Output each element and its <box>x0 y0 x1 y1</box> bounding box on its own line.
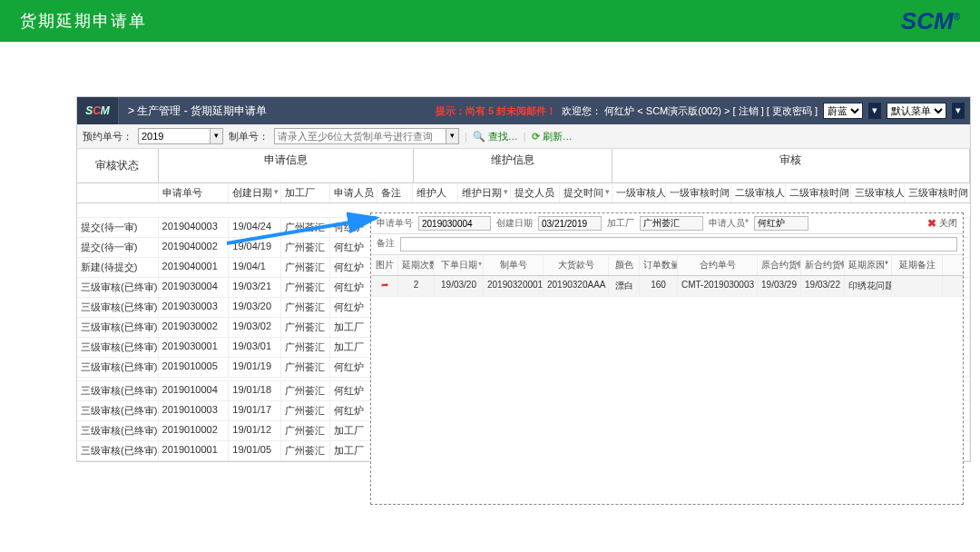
popup-applyno-label: 申请单号 <box>377 217 413 230</box>
col-a1t[interactable]: 一级审核时间▾ <box>666 183 731 202</box>
cell-date: 19/01/19 <box>229 358 281 377</box>
popup-color: 漂白 <box>609 276 640 296</box>
col-maint-date[interactable]: 维护日期▾ <box>458 183 511 202</box>
cell-factory: 广州荟汇 <box>281 441 330 460</box>
pcol-qty[interactable]: 订单数量 <box>640 255 678 275</box>
cell-no: 2019010002 <box>159 421 230 440</box>
preorder-label: 预约单号： <box>83 130 132 143</box>
popup-d2: 19/03/22 <box>801 276 845 296</box>
col-a1p[interactable]: 一级审核人 <box>612 183 667 202</box>
refresh-button[interactable]: ⟳刷新… <box>532 130 573 143</box>
col-submit-time[interactable]: 提交时间▾ <box>560 183 612 202</box>
cell-factory: 广州荟汇 <box>281 258 330 277</box>
cell-date: 19/01/05 <box>229 441 281 460</box>
popup-applicant-input[interactable] <box>754 216 808 231</box>
ctrl-dd-icon[interactable]: ▾ <box>446 128 459 144</box>
app-bar: SCM > 生产管理 - 货期延期申请单 提示：尚有 5 封未阅邮件！ 欢迎您：… <box>77 97 970 124</box>
cell-factory: 广州荟汇 <box>281 421 330 440</box>
preorder-input[interactable] <box>138 128 211 144</box>
group-maint: 维护信息 <box>414 149 612 182</box>
pcol-d1[interactable]: 原合约货期▾ <box>758 255 801 275</box>
menu-select[interactable]: 默认菜单 <box>887 103 946 119</box>
refresh-icon: ⟳ <box>532 131 540 143</box>
welcome-text[interactable]: 欢迎您： 何红炉 < SCM演示版(002) > [ 注销 ] [ 更改密码 ] <box>562 104 818 118</box>
cell-no: 2019010003 <box>159 401 230 420</box>
find-button[interactable]: 🔍查找… <box>473 130 518 143</box>
preorder-dd-icon[interactable]: ▾ <box>211 128 223 144</box>
pcol-note[interactable]: 延期备注 <box>892 255 943 275</box>
cell-date: 19/03/01 <box>229 338 281 357</box>
funnel-icon[interactable]: ▾ <box>478 260 482 268</box>
menu-dd-icon[interactable]: ▾ <box>952 103 965 119</box>
col-submit-person[interactable]: 提交人员 <box>511 183 560 202</box>
col-create-date[interactable]: 创建日期▾ <box>229 183 281 202</box>
search-icon: 🔍 <box>473 131 485 143</box>
funnel-icon[interactable]: ▾ <box>796 260 799 268</box>
group-apply: 申请信息 <box>159 149 414 182</box>
funnel-icon[interactable]: ▾ <box>724 187 729 196</box>
cell-status: 三级审核(已终审) <box>77 421 159 440</box>
funnel-icon[interactable]: ▾ <box>963 187 967 196</box>
popup-close-button[interactable]: ✖关闭 <box>927 217 957 230</box>
cell-factory: 广州荟汇 <box>281 238 330 257</box>
popup-applyno-input[interactable] <box>418 216 491 231</box>
cell-factory: 广州荟汇 <box>281 338 330 357</box>
cell-no: 2019040002 <box>159 238 230 257</box>
popup-factory-input[interactable] <box>640 216 703 231</box>
ctrl-input[interactable] <box>274 128 446 144</box>
popup-remark-input[interactable] <box>400 237 957 251</box>
close-icon: ✖ <box>927 217 936 230</box>
theme-select[interactable]: 蔚蓝 <box>823 103 863 119</box>
cell-no: 2019030003 <box>159 298 230 317</box>
popup-remark-label: 备注 <box>377 237 400 251</box>
pcol-times[interactable]: 延期次数 <box>398 255 435 275</box>
popup-times: 2 <box>398 276 435 296</box>
cell-status: 三级审核(已终审) <box>77 358 159 377</box>
pcol-img[interactable]: 图片 <box>371 255 398 275</box>
theme-dd-icon[interactable]: ▾ <box>868 103 881 119</box>
col-a3p[interactable]: 三级审核人 <box>851 183 906 202</box>
pcol-odate[interactable]: 下单日期▾ <box>435 255 484 275</box>
cell-no: 2019040003 <box>159 218 230 237</box>
popup-header: 申请单号 创建日期 加工厂 申请人员* ✖关闭 <box>371 213 963 234</box>
funnel-icon[interactable]: ▾ <box>605 187 610 196</box>
cell-status: 三级审核(已终审) <box>77 381 159 400</box>
pcol-cnum[interactable]: 制单号 <box>484 255 544 275</box>
cell-date: 19/04/1 <box>229 258 281 277</box>
cell-date: 19/04/24 <box>229 218 281 237</box>
pcol-cargo[interactable]: 大货款号 <box>544 255 609 275</box>
col-a3t[interactable]: 三级审核时间▾ <box>905 183 970 202</box>
hint-text: 提示：尚有 5 封未阅邮件！ <box>436 104 556 118</box>
pcol-contract[interactable]: 合约单号 <box>678 255 758 275</box>
col-a2t[interactable]: 二级审核时间▾ <box>786 183 851 202</box>
funnel-icon[interactable]: ▾ <box>504 187 508 196</box>
funnel-icon[interactable]: ▾ <box>274 187 279 196</box>
col-apply-no[interactable]: 申请单号 <box>159 183 230 202</box>
col-factory[interactable]: 加工厂 <box>281 183 330 202</box>
popup-img-icon[interactable]: ➦ <box>371 276 398 296</box>
cell-factory: 广州荟汇 <box>281 318 330 337</box>
funnel-icon[interactable]: ▾ <box>839 260 843 268</box>
popup-note <box>892 276 943 296</box>
popup-row[interactable]: ➦ 2 19/03/20 20190320001 20190320AAA 漂白 … <box>371 276 963 297</box>
cell-status: 三级审核(已终审) <box>77 338 159 357</box>
col-remark[interactable]: 备注 <box>377 183 414 202</box>
pcol-color[interactable]: 颜色 <box>609 255 640 275</box>
popup-cnum: 20190320001 <box>484 276 544 296</box>
app-logo-icon: SCM <box>77 97 119 124</box>
pcol-reason[interactable]: 延期原因* <box>845 255 892 275</box>
popup-createdate-input[interactable] <box>538 216 602 231</box>
popup-remark-row: 备注 <box>371 234 963 255</box>
cell-factory: 广州荟汇 <box>281 358 330 377</box>
funnel-icon[interactable]: ▾ <box>844 187 848 196</box>
popup-thead: 图片 延期次数 下单日期▾ 制单号 大货款号 颜色 订单数量 合约单号 原合约货… <box>371 255 963 276</box>
page-header: 货期延期申请单 SCM® <box>0 0 980 42</box>
col-a2p[interactable]: 二级审核人 <box>731 183 786 202</box>
cell-no: 2019030001 <box>159 338 230 357</box>
cell-status: 新建(待提交) <box>77 258 159 277</box>
breadcrumb: > 生产管理 - 货期延期申请单 <box>119 104 276 119</box>
col-applicant[interactable]: 申请人员 <box>330 183 377 202</box>
cell-no: 2019010004 <box>159 381 230 400</box>
col-maint-person[interactable]: 维护人 <box>413 183 458 202</box>
pcol-d2[interactable]: 新合约货期▾ <box>801 255 845 275</box>
